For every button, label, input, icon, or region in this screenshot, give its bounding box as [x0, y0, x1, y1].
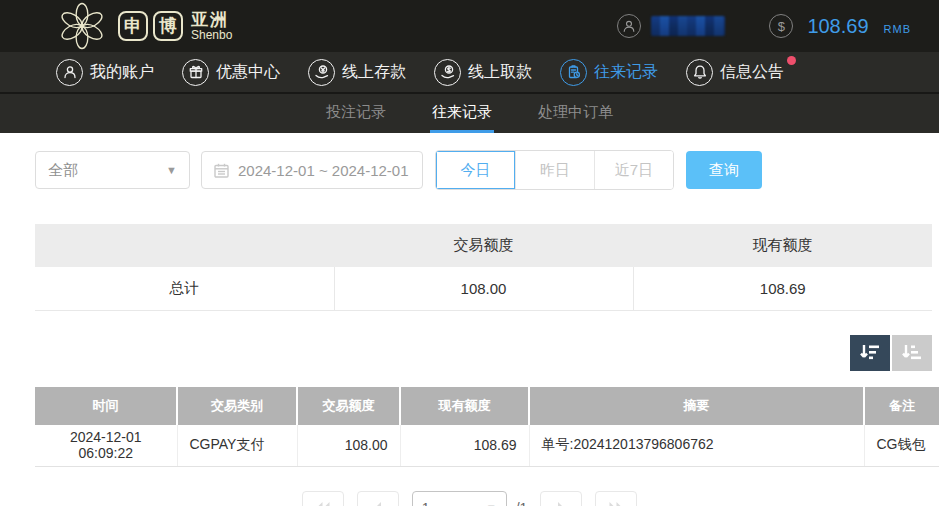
- col-summary: 摘要: [529, 387, 864, 425]
- date-range-input[interactable]: 2024-12-01 ~ 2024-12-01: [201, 151, 423, 189]
- table-row: 2024-12-01 06:09:22 CGPAY支付 108.00 108.6…: [35, 425, 939, 467]
- username-redacted: [651, 16, 725, 36]
- cell-amount: 108.00: [297, 425, 400, 467]
- balance-currency: RMB: [884, 17, 911, 35]
- page-total: /1: [516, 500, 528, 506]
- quick-range-group: 今日 昨日 近7日: [435, 150, 674, 190]
- summary-balance-total: 108.69: [633, 267, 932, 310]
- brand-region: 亚洲: [191, 11, 232, 29]
- tab-transaction-records[interactable]: 往来记录: [430, 94, 494, 133]
- col-remark: 备注: [864, 387, 939, 425]
- double-left-arrow-icon: [315, 502, 331, 506]
- sort-desc-icon: [859, 343, 881, 363]
- cell-summary: 单号:202412013796806762: [529, 425, 864, 467]
- summary-total-row: 总计 108.00 108.69: [35, 267, 932, 310]
- sort-ascending-button[interactable]: [892, 335, 932, 371]
- cell-time: 2024-12-01 06:09:22: [35, 425, 177, 467]
- sort-descending-button[interactable]: [850, 335, 890, 371]
- content-area: 全部 ▼ 2024-12-01 ~ 2024-12-01 今日 昨日 近7日 查…: [0, 133, 939, 506]
- nav-item-promotions[interactable]: 优惠中心: [182, 59, 280, 86]
- double-right-arrow-icon: [608, 502, 624, 506]
- bell-icon: [686, 59, 713, 86]
- cell-balance: 108.69: [400, 425, 529, 467]
- cell-remark: CG钱包: [864, 425, 939, 467]
- first-page-button[interactable]: [302, 491, 344, 506]
- nav-item-transactions[interactable]: 往来记录: [560, 59, 658, 86]
- quick-last7days-button[interactable]: 近7日: [594, 151, 673, 189]
- notification-dot: [787, 56, 796, 65]
- gift-icon: [182, 59, 209, 86]
- brand-logo[interactable]: 申 博 亚洲 Shenbo: [52, 1, 232, 51]
- summary-header-empty: [35, 224, 334, 267]
- tab-pending-orders[interactable]: 处理中订单: [536, 94, 615, 133]
- next-page-button[interactable]: [540, 491, 582, 506]
- brand-char-1: 申: [118, 11, 148, 41]
- prev-page-button[interactable]: [357, 491, 399, 506]
- summary-header-row: 交易额度 现有额度: [35, 224, 932, 267]
- top-bar: 申 博 亚洲 Shenbo $ 108.69 RMB: [0, 0, 939, 52]
- page-select[interactable]: 1 ▼: [412, 491, 507, 506]
- flower-logo-icon: [52, 1, 112, 51]
- withdraw-icon: [434, 59, 461, 86]
- brand-char-2: 博: [153, 11, 183, 41]
- nav-label: 信息公告: [720, 62, 784, 83]
- quick-today-button[interactable]: 今日: [436, 151, 515, 189]
- nav-label: 我的账户: [90, 62, 154, 83]
- user-avatar-icon[interactable]: [617, 14, 641, 38]
- nav-label: 优惠中心: [216, 62, 280, 83]
- search-button[interactable]: 查询: [686, 151, 762, 189]
- balance-amount[interactable]: 108.69: [807, 15, 868, 38]
- calendar-icon: [213, 162, 230, 179]
- col-balance: 现有额度: [400, 387, 529, 425]
- chevron-down-icon: ▼: [486, 502, 497, 506]
- quick-yesterday-button[interactable]: 昨日: [515, 151, 594, 189]
- left-arrow-icon: [370, 502, 386, 506]
- summary-header-transaction: 交易额度: [334, 224, 633, 267]
- last-page-button[interactable]: [595, 491, 637, 506]
- col-amount: 交易额度: [297, 387, 400, 425]
- date-range-value: 2024-12-01 ~ 2024-12-01: [238, 162, 409, 179]
- main-nav: 我的账户 优惠中心 线上存款 线上取款 往来记录: [0, 52, 939, 92]
- sort-controls: [0, 335, 932, 371]
- summary-table: 交易额度 现有额度 总计 108.00 108.69: [35, 224, 932, 311]
- summary-transaction-total: 108.00: [334, 267, 633, 310]
- app-window: 申 博 亚洲 Shenbo $ 108.69 RMB 我的账户: [0, 0, 939, 506]
- records-icon: [560, 59, 587, 86]
- balance-dollar-icon: $: [769, 14, 793, 38]
- chevron-down-icon: ▼: [166, 164, 177, 176]
- transactions-table: 时间 交易类别 交易额度 现有额度 摘要 备注 2024-12-01 06:09…: [35, 387, 939, 468]
- summary-header-balance: 现有额度: [633, 224, 932, 267]
- col-type: 交易类别: [177, 387, 297, 425]
- nav-item-deposit[interactable]: 线上存款: [308, 59, 406, 86]
- user-icon: [56, 59, 83, 86]
- nav-label: 线上取款: [468, 62, 532, 83]
- nav-item-withdraw[interactable]: 线上取款: [434, 59, 532, 86]
- tab-bet-records[interactable]: 投注记录: [324, 94, 388, 133]
- type-select[interactable]: 全部 ▼: [35, 151, 190, 189]
- deposit-icon: [308, 59, 335, 86]
- nav-label: 往来记录: [594, 62, 658, 83]
- filter-bar: 全部 ▼ 2024-12-01 ~ 2024-12-01 今日 昨日 近7日 查…: [35, 150, 939, 190]
- nav-item-my-account[interactable]: 我的账户: [56, 59, 154, 86]
- col-time: 时间: [35, 387, 177, 425]
- pagination: 1 ▼ /1: [0, 491, 939, 506]
- cell-type: CGPAY支付: [177, 425, 297, 467]
- table-header-row: 时间 交易类别 交易额度 现有额度 摘要 备注: [35, 387, 939, 425]
- brand-subtitle: Shenbo: [191, 29, 232, 42]
- nav-item-announcements[interactable]: 信息公告: [686, 59, 784, 86]
- sort-asc-icon: [901, 343, 923, 363]
- right-arrow-icon: [553, 502, 569, 506]
- nav-label: 线上存款: [342, 62, 406, 83]
- summary-total-label: 总计: [35, 267, 334, 310]
- page-select-value: 1: [422, 500, 430, 506]
- type-select-value: 全部: [48, 161, 78, 180]
- sub-nav: 投注记录 往来记录 处理中订单: [0, 92, 939, 133]
